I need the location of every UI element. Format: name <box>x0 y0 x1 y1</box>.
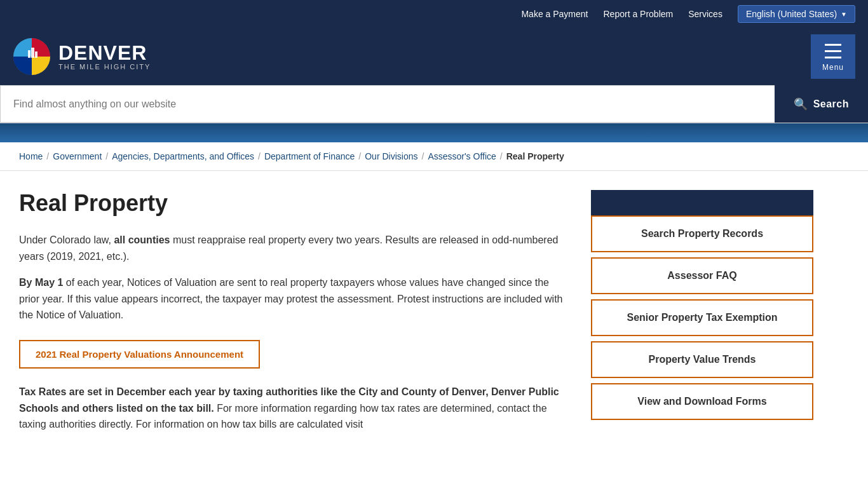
sidebar: Search Property Records Assessor FAQ Sen… <box>591 190 813 443</box>
breadcrumb-sep-6: / <box>499 151 504 161</box>
hero-banner <box>0 123 868 142</box>
property-value-trends-button[interactable]: Property Value Trends <box>591 341 813 378</box>
chevron-down-icon: ▼ <box>841 11 847 18</box>
breadcrumb: Home / Government / Agencies, Department… <box>0 142 868 171</box>
site-header: DENVER THE MILE HIGH CITY Menu <box>0 28 868 85</box>
assessor-faq-button[interactable]: Assessor FAQ <box>591 257 813 294</box>
breadcrumb-assessor[interactable]: Assessor's Office <box>428 151 496 161</box>
breadcrumb-home[interactable]: Home <box>19 151 43 161</box>
city-logo-icon <box>13 37 51 76</box>
content-area: Real Property Under Colorado law, all co… <box>19 190 572 443</box>
paragraph-may1: By May 1 of each year, Notices of Valuat… <box>19 274 572 323</box>
services-link[interactable]: Services <box>688 9 722 19</box>
breadcrumb-government[interactable]: Government <box>53 151 102 161</box>
main-container: Real Property Under Colorado law, all co… <box>0 171 868 462</box>
bold-all-counties: all counties <box>114 234 170 245</box>
breadcrumb-divisions[interactable]: Our Divisions <box>365 151 417 161</box>
breadcrumb-agencies[interactable]: Agencies, Departments, and Offices <box>112 151 254 161</box>
city-name: DENVER <box>58 43 151 63</box>
svg-rect-1 <box>28 50 31 58</box>
paragraph2-suffix: of each year, Notices of Valuation are s… <box>19 277 563 320</box>
svg-rect-3 <box>35 51 37 58</box>
hamburger-icon-bar2 <box>825 50 841 52</box>
language-button[interactable]: English (United States) ▼ <box>738 5 855 23</box>
search-bar: 🔍 Search <box>0 85 868 123</box>
language-label: English (United States) <box>746 9 837 19</box>
make-payment-link[interactable]: Make a Payment <box>521 9 588 19</box>
city-tagline: THE MILE HIGH CITY <box>58 63 151 71</box>
search-button-label: Search <box>813 98 849 110</box>
breadcrumb-current: Real Property <box>506 151 564 161</box>
breadcrumb-sep-5: / <box>420 151 425 161</box>
hamburger-icon-bar3 <box>825 57 841 58</box>
search-input[interactable] <box>0 85 775 123</box>
logo-text: DENVER THE MILE HIGH CITY <box>58 43 151 71</box>
page-title: Real Property <box>19 190 572 217</box>
announcement-button[interactable]: 2021 Real Property Valuations Announceme… <box>19 340 260 369</box>
sidebar-header <box>591 190 813 215</box>
hamburger-icon-bar1 <box>825 44 841 46</box>
bold-may1: By May 1 <box>19 277 63 288</box>
breadcrumb-sep-1: / <box>45 151 50 161</box>
logo[interactable]: DENVER THE MILE HIGH CITY <box>13 37 151 76</box>
menu-button[interactable]: Menu <box>811 34 855 79</box>
view-download-forms-button[interactable]: View and Download Forms <box>591 383 813 420</box>
paragraph1-suffix: must reappraise real property every two … <box>19 234 558 262</box>
search-button[interactable]: 🔍 Search <box>775 85 868 123</box>
svg-rect-2 <box>31 48 34 58</box>
menu-label: Menu <box>822 63 844 72</box>
breadcrumb-sep-4: / <box>357 151 362 161</box>
breadcrumb-sep-2: / <box>104 151 109 161</box>
breadcrumb-sep-3: / <box>257 151 262 161</box>
search-property-records-button[interactable]: Search Property Records <box>591 215 813 252</box>
paragraph-tax-rates: Tax Rates are set in December each year … <box>19 384 572 433</box>
report-problem-link[interactable]: Report a Problem <box>604 9 674 19</box>
utility-bar: Make a Payment Report a Problem Services… <box>0 0 868 28</box>
paragraph-counties: Under Colorado law, all counties must re… <box>19 232 572 264</box>
search-icon: 🔍 <box>794 97 808 111</box>
senior-property-tax-button[interactable]: Senior Property Tax Exemption <box>591 299 813 336</box>
breadcrumb-finance[interactable]: Department of Finance <box>264 151 355 161</box>
